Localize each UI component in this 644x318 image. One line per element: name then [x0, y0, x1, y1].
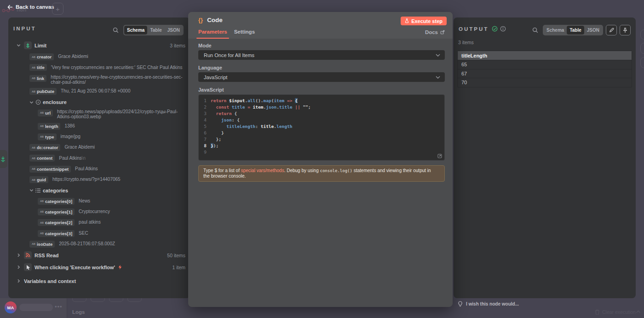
input-title: INPUT — [13, 26, 36, 31]
input-panel: INPUT SchemaTableJSON Limit3 itemsABcrea… — [8, 17, 190, 298]
schema-key-categories[interactable]: categories — [17, 187, 185, 194]
schema-key-pill[interactable]: ABcategories[2] — [38, 219, 75, 226]
tab-parameters[interactable]: Parameters — [198, 29, 227, 39]
edit-output-button[interactable] — [606, 25, 617, 35]
schema-key-categories[3][interactable]: ABcategories[3]SEC — [17, 230, 185, 237]
string-type-icon: AB — [32, 77, 35, 80]
code-line-1[interactable]: 1return $input.all().map(item => { — [199, 98, 444, 104]
docs-link[interactable]: Docs — [425, 29, 445, 35]
code-line-7[interactable]: 7 }; — [199, 136, 444, 143]
output-tab-schema[interactable]: Schema — [544, 26, 567, 35]
tab-settings[interactable]: Settings — [234, 29, 255, 39]
schema-key-pill[interactable]: ABurl — [38, 110, 53, 116]
canvas-ghost-panel-2 — [640, 43, 644, 54]
list-type-icon — [35, 188, 43, 193]
schema-key-pill[interactable]: ABlength — [38, 123, 60, 130]
code-line-8[interactable]: 8}); — [199, 143, 444, 149]
schema-key-url[interactable]: ABurlhttps://crypto.news/app/uploads/202… — [17, 110, 185, 120]
code-editor[interactable]: 1return $input.all().map(item => {2 cons… — [198, 94, 445, 161]
string-type-icon: AB — [32, 157, 35, 160]
schema-key-pill[interactable]: ABlink — [29, 75, 46, 82]
collapse-chevron-icon[interactable] — [636, 310, 641, 313]
code-line-6[interactable]: 6 } — [199, 130, 444, 136]
schema-key-pill[interactable]: ABcontent — [29, 155, 55, 162]
chevron-right-icon[interactable] — [17, 265, 24, 269]
schema-key-enclosure[interactable]: enclosure — [17, 99, 185, 106]
schema-key-pill[interactable]: ABcreator — [29, 53, 54, 60]
avatar[interactable]: MA — [5, 301, 17, 313]
chevron-down-icon[interactable] — [29, 188, 35, 192]
schema-key-title[interactable]: ABtitle'Very few cryptocurrencies are se… — [17, 64, 185, 71]
code-line-4[interactable]: 4 json: { — [199, 117, 444, 123]
schema-key-isoDate[interactable]: ABisoDate2025-08-21T06:07:58.000Z — [17, 241, 185, 248]
add-node-button[interactable]: + — [52, 3, 63, 15]
dialog-header: {} Code Execute step ParametersSettings … — [188, 12, 453, 39]
output-panel: OUTPUT SchemaTableJSON 3 items titleLeng… — [454, 17, 636, 298]
input-search-icon[interactable] — [113, 27, 119, 33]
execute-step-button[interactable]: Execute step — [401, 17, 447, 25]
schema-key-pill[interactable]: ABcategories[3] — [38, 230, 75, 237]
clear-execution-button[interactable]: Clear execution — [595, 309, 636, 315]
expand-editor-icon[interactable] — [437, 154, 442, 158]
schema-key-pill[interactable]: ABcontentSnippet — [29, 166, 71, 173]
input-tab-table[interactable]: Table — [147, 26, 164, 35]
plus-icon: + — [56, 5, 60, 13]
input-tab-schema[interactable]: Schema — [124, 26, 147, 35]
schema-key-content[interactable]: ABcontentPaul Atkins\n — [17, 155, 185, 162]
back-to-canvas-button[interactable]: Back to canvas — [7, 4, 54, 10]
schema-key-categories[2][interactable]: ABcategories[2]paul atkins — [17, 219, 185, 226]
output-table-row[interactable]: 65 — [458, 60, 632, 69]
user-menu-dots[interactable]: ••• — [55, 303, 63, 310]
schema-key-pubDate[interactable]: ABpubDateThu, 21 Aug 2025 06:07:58 +0000 — [17, 88, 185, 95]
output-tab-table[interactable]: Table — [567, 26, 584, 35]
canvas-node-limit[interactable] — [0, 150, 7, 168]
info-icon[interactable] — [500, 26, 506, 32]
logs-label[interactable]: Logs — [72, 309, 85, 315]
string-type-icon: AB — [32, 146, 35, 149]
output-title: OUTPUT — [459, 26, 489, 32]
schema-node-rss-read[interactable]: RSS Read50 items — [17, 251, 185, 259]
output-search-icon[interactable] — [532, 27, 538, 33]
chevron-down-icon[interactable] — [17, 43, 24, 47]
schema-key-pill[interactable]: ABguid — [29, 176, 48, 183]
dialog-title: Code — [207, 17, 223, 23]
schema-key-type[interactable]: ABtypeimage/jpg — [17, 133, 185, 140]
code-line-2[interactable]: 2 const title = item.json.title || ""; — [199, 104, 444, 110]
output-tab-json[interactable]: JSON — [584, 26, 602, 35]
schema-key-pill[interactable]: ABpubDate — [29, 88, 57, 95]
schema-key-pill[interactable]: ABcategories[0] — [38, 198, 75, 205]
code-line-3[interactable]: 3 return { — [199, 110, 444, 117]
output-table-row[interactable]: 70 — [458, 78, 632, 87]
code-editor-label: JavaScript — [198, 87, 445, 93]
schema-key-categories[1][interactable]: ABcategories[1]Cryptocurrency — [17, 208, 185, 215]
schema-key-pill[interactable]: ABdc:creator — [29, 144, 60, 151]
schema-key-creator[interactable]: ABcreatorGrace Abidemi — [17, 53, 185, 60]
schema-key-pill[interactable]: ABisoDate — [29, 241, 55, 248]
schema-key-dc:creator[interactable]: ABdc:creatorGrace Abidemi — [17, 144, 185, 151]
schema-key-contentSnippet[interactable]: ABcontentSnippetPaul Atkins — [17, 166, 185, 173]
schema-node-variables[interactable]: Variables and context — [17, 277, 185, 285]
schema-key-link[interactable]: ABlinkhttps://crypto.news/very-few-crypt… — [17, 75, 185, 85]
special-vars-link[interactable]: special vars/methods — [241, 168, 284, 173]
schema-key-categories[0][interactable]: ABcategories[0]News — [17, 198, 185, 205]
node-feedback-link[interactable]: I wish this node would... — [458, 301, 519, 307]
code-line-5[interactable]: 5 titleLength: title.length — [199, 123, 444, 130]
schema-node-when-clicking-execute-workflow-[interactable]: When clicking 'Execute workflow'1 item — [17, 263, 185, 271]
output-table-row[interactable]: 67 — [458, 69, 632, 78]
canvas-ghost-panel-1 — [640, 29, 644, 40]
chevron-right-icon[interactable] — [17, 279, 24, 283]
chevron-down-icon[interactable] — [29, 100, 35, 104]
code-line-9[interactable]: 9 — [199, 149, 444, 156]
mode-select[interactable]: Run Once for All Items — [198, 50, 445, 60]
language-select[interactable]: JavaScript — [198, 72, 445, 82]
code-hint-callout: Type $ for a list of special vars/method… — [198, 165, 445, 182]
pin-data-button[interactable] — [620, 25, 631, 35]
schema-node-limit[interactable]: Limit3 items — [17, 41, 185, 49]
schema-key-pill[interactable]: ABtitle — [29, 64, 47, 71]
input-tab-json[interactable]: JSON — [165, 26, 183, 35]
schema-key-pill[interactable]: ABtype — [38, 133, 57, 140]
schema-key-guid[interactable]: ABguidhttps://crypto.news/?p=14407065 — [17, 176, 185, 183]
schema-key-length[interactable]: ABlength1386 — [17, 123, 185, 130]
chevron-right-icon[interactable] — [17, 253, 24, 257]
schema-key-pill[interactable]: ABcategories[1] — [38, 208, 75, 215]
